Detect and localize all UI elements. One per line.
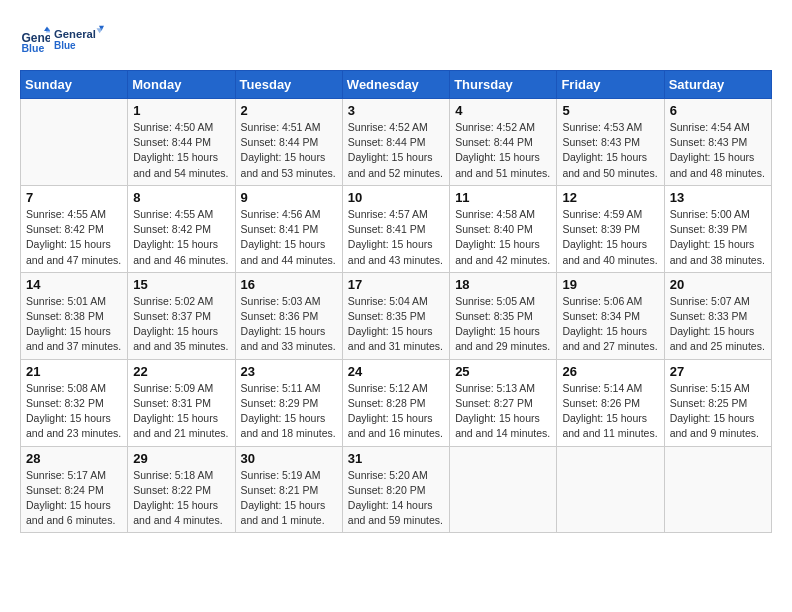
page-header: General Blue General Blue <box>20 20 772 60</box>
day-number: 23 <box>241 364 337 379</box>
day-info: Sunrise: 5:03 AMSunset: 8:36 PMDaylight:… <box>241 294 337 355</box>
calendar-cell: 16Sunrise: 5:03 AMSunset: 8:36 PMDayligh… <box>235 272 342 359</box>
day-number: 31 <box>348 451 444 466</box>
day-number: 5 <box>562 103 658 118</box>
svg-marker-7 <box>97 28 103 33</box>
calendar-cell <box>450 446 557 533</box>
day-number: 12 <box>562 190 658 205</box>
day-number: 29 <box>133 451 229 466</box>
calendar-cell: 24Sunrise: 5:12 AMSunset: 8:28 PMDayligh… <box>342 359 449 446</box>
day-number: 30 <box>241 451 337 466</box>
day-info: Sunrise: 5:08 AMSunset: 8:32 PMDaylight:… <box>26 381 122 442</box>
calendar-cell: 5Sunrise: 4:53 AMSunset: 8:43 PMDaylight… <box>557 99 664 186</box>
day-info: Sunrise: 5:06 AMSunset: 8:34 PMDaylight:… <box>562 294 658 355</box>
calendar-cell: 31Sunrise: 5:20 AMSunset: 8:20 PMDayligh… <box>342 446 449 533</box>
calendar-cell: 18Sunrise: 5:05 AMSunset: 8:35 PMDayligh… <box>450 272 557 359</box>
day-number: 26 <box>562 364 658 379</box>
day-number: 18 <box>455 277 551 292</box>
calendar-cell: 29Sunrise: 5:18 AMSunset: 8:22 PMDayligh… <box>128 446 235 533</box>
calendar-cell: 15Sunrise: 5:02 AMSunset: 8:37 PMDayligh… <box>128 272 235 359</box>
day-number: 2 <box>241 103 337 118</box>
calendar-cell: 30Sunrise: 5:19 AMSunset: 8:21 PMDayligh… <box>235 446 342 533</box>
calendar-cell: 22Sunrise: 5:09 AMSunset: 8:31 PMDayligh… <box>128 359 235 446</box>
day-info: Sunrise: 4:55 AMSunset: 8:42 PMDaylight:… <box>26 207 122 268</box>
day-info: Sunrise: 5:19 AMSunset: 8:21 PMDaylight:… <box>241 468 337 529</box>
day-number: 25 <box>455 364 551 379</box>
day-number: 6 <box>670 103 766 118</box>
day-info: Sunrise: 5:01 AMSunset: 8:38 PMDaylight:… <box>26 294 122 355</box>
calendar-cell: 14Sunrise: 5:01 AMSunset: 8:38 PMDayligh… <box>21 272 128 359</box>
header-day-sunday: Sunday <box>21 71 128 99</box>
header-day-saturday: Saturday <box>664 71 771 99</box>
day-info: Sunrise: 4:52 AMSunset: 8:44 PMDaylight:… <box>455 120 551 181</box>
day-info: Sunrise: 5:17 AMSunset: 8:24 PMDaylight:… <box>26 468 122 529</box>
day-info: Sunrise: 4:55 AMSunset: 8:42 PMDaylight:… <box>133 207 229 268</box>
day-number: 8 <box>133 190 229 205</box>
day-number: 22 <box>133 364 229 379</box>
day-number: 24 <box>348 364 444 379</box>
day-number: 27 <box>670 364 766 379</box>
calendar-cell: 9Sunrise: 4:56 AMSunset: 8:41 PMDaylight… <box>235 185 342 272</box>
day-info: Sunrise: 5:14 AMSunset: 8:26 PMDaylight:… <box>562 381 658 442</box>
day-info: Sunrise: 5:11 AMSunset: 8:29 PMDaylight:… <box>241 381 337 442</box>
day-number: 10 <box>348 190 444 205</box>
day-number: 7 <box>26 190 122 205</box>
day-number: 17 <box>348 277 444 292</box>
day-number: 28 <box>26 451 122 466</box>
calendar-cell: 11Sunrise: 4:58 AMSunset: 8:40 PMDayligh… <box>450 185 557 272</box>
calendar-cell: 21Sunrise: 5:08 AMSunset: 8:32 PMDayligh… <box>21 359 128 446</box>
calendar-cell: 20Sunrise: 5:07 AMSunset: 8:33 PMDayligh… <box>664 272 771 359</box>
calendar-cell <box>664 446 771 533</box>
calendar-cell: 4Sunrise: 4:52 AMSunset: 8:44 PMDaylight… <box>450 99 557 186</box>
calendar-cell: 1Sunrise: 4:50 AMSunset: 8:44 PMDaylight… <box>128 99 235 186</box>
svg-text:Blue: Blue <box>54 40 76 51</box>
day-number: 21 <box>26 364 122 379</box>
calendar-cell: 2Sunrise: 4:51 AMSunset: 8:44 PMDaylight… <box>235 99 342 186</box>
calendar-cell: 19Sunrise: 5:06 AMSunset: 8:34 PMDayligh… <box>557 272 664 359</box>
header-day-friday: Friday <box>557 71 664 99</box>
day-info: Sunrise: 5:09 AMSunset: 8:31 PMDaylight:… <box>133 381 229 442</box>
header-day-tuesday: Tuesday <box>235 71 342 99</box>
day-info: Sunrise: 4:57 AMSunset: 8:41 PMDaylight:… <box>348 207 444 268</box>
calendar-cell: 27Sunrise: 5:15 AMSunset: 8:25 PMDayligh… <box>664 359 771 446</box>
calendar-cell <box>21 99 128 186</box>
day-info: Sunrise: 4:51 AMSunset: 8:44 PMDaylight:… <box>241 120 337 181</box>
svg-text:Blue: Blue <box>22 42 45 54</box>
calendar-cell: 26Sunrise: 5:14 AMSunset: 8:26 PMDayligh… <box>557 359 664 446</box>
day-number: 16 <box>241 277 337 292</box>
day-info: Sunrise: 5:13 AMSunset: 8:27 PMDaylight:… <box>455 381 551 442</box>
day-info: Sunrise: 5:20 AMSunset: 8:20 PMDaylight:… <box>348 468 444 529</box>
calendar-cell: 8Sunrise: 4:55 AMSunset: 8:42 PMDaylight… <box>128 185 235 272</box>
day-info: Sunrise: 5:04 AMSunset: 8:35 PMDaylight:… <box>348 294 444 355</box>
day-number: 4 <box>455 103 551 118</box>
day-info: Sunrise: 5:15 AMSunset: 8:25 PMDaylight:… <box>670 381 766 442</box>
day-number: 13 <box>670 190 766 205</box>
day-number: 20 <box>670 277 766 292</box>
day-number: 11 <box>455 190 551 205</box>
logo: General Blue General Blue <box>20 20 104 60</box>
calendar-cell: 23Sunrise: 5:11 AMSunset: 8:29 PMDayligh… <box>235 359 342 446</box>
day-info: Sunrise: 5:18 AMSunset: 8:22 PMDaylight:… <box>133 468 229 529</box>
day-info: Sunrise: 4:52 AMSunset: 8:44 PMDaylight:… <box>348 120 444 181</box>
day-info: Sunrise: 4:54 AMSunset: 8:43 PMDaylight:… <box>670 120 766 181</box>
day-number: 9 <box>241 190 337 205</box>
day-number: 3 <box>348 103 444 118</box>
day-number: 19 <box>562 277 658 292</box>
header-day-monday: Monday <box>128 71 235 99</box>
calendar-cell: 10Sunrise: 4:57 AMSunset: 8:41 PMDayligh… <box>342 185 449 272</box>
svg-text:General: General <box>54 28 96 40</box>
day-info: Sunrise: 5:02 AMSunset: 8:37 PMDaylight:… <box>133 294 229 355</box>
calendar-cell: 17Sunrise: 5:04 AMSunset: 8:35 PMDayligh… <box>342 272 449 359</box>
calendar-cell <box>557 446 664 533</box>
calendar-cell: 3Sunrise: 4:52 AMSunset: 8:44 PMDaylight… <box>342 99 449 186</box>
day-info: Sunrise: 4:50 AMSunset: 8:44 PMDaylight:… <box>133 120 229 181</box>
day-info: Sunrise: 4:53 AMSunset: 8:43 PMDaylight:… <box>562 120 658 181</box>
day-info: Sunrise: 5:05 AMSunset: 8:35 PMDaylight:… <box>455 294 551 355</box>
day-number: 15 <box>133 277 229 292</box>
day-info: Sunrise: 5:00 AMSunset: 8:39 PMDaylight:… <box>670 207 766 268</box>
header-day-thursday: Thursday <box>450 71 557 99</box>
day-info: Sunrise: 4:59 AMSunset: 8:39 PMDaylight:… <box>562 207 658 268</box>
calendar-cell: 6Sunrise: 4:54 AMSunset: 8:43 PMDaylight… <box>664 99 771 186</box>
calendar-cell: 7Sunrise: 4:55 AMSunset: 8:42 PMDaylight… <box>21 185 128 272</box>
day-info: Sunrise: 5:12 AMSunset: 8:28 PMDaylight:… <box>348 381 444 442</box>
